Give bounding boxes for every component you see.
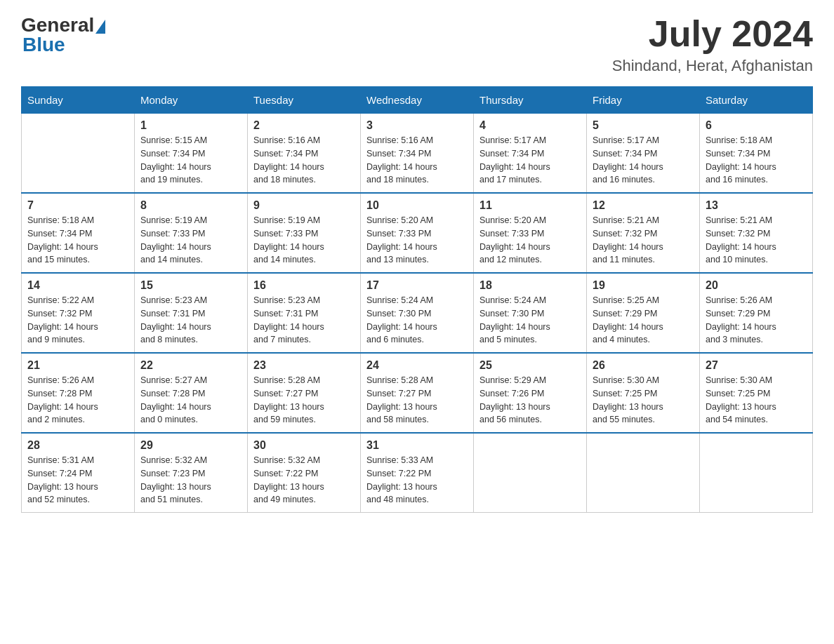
day-info: Sunrise: 5:29 AMSunset: 7:26 PMDaylight:… xyxy=(479,374,581,427)
calendar-cell: 17Sunrise: 5:24 AMSunset: 7:30 PMDayligh… xyxy=(361,273,474,353)
calendar-cell: 5Sunrise: 5:17 AMSunset: 7:34 PMDaylight… xyxy=(587,114,700,194)
day-number: 17 xyxy=(366,279,468,292)
calendar-header-row: SundayMondayTuesdayWednesdayThursdayFrid… xyxy=(22,87,813,114)
calendar-cell: 15Sunrise: 5:23 AMSunset: 7:31 PMDayligh… xyxy=(135,273,248,353)
calendar-cell: 14Sunrise: 5:22 AMSunset: 7:32 PMDayligh… xyxy=(22,273,135,353)
day-number: 22 xyxy=(140,359,241,372)
calendar-cell: 28Sunrise: 5:31 AMSunset: 7:24 PMDayligh… xyxy=(22,433,135,513)
calendar-cell: 8Sunrise: 5:19 AMSunset: 7:33 PMDaylight… xyxy=(135,193,248,273)
day-info: Sunrise: 5:16 AMSunset: 7:34 PMDaylight:… xyxy=(366,134,468,187)
day-info: Sunrise: 5:23 AMSunset: 7:31 PMDaylight:… xyxy=(140,294,241,347)
day-number: 9 xyxy=(253,199,355,212)
column-header-thursday: Thursday xyxy=(474,87,587,114)
day-number: 28 xyxy=(27,439,128,452)
calendar-week-row: 28Sunrise: 5:31 AMSunset: 7:24 PMDayligh… xyxy=(22,433,813,513)
day-info: Sunrise: 5:15 AMSunset: 7:34 PMDaylight:… xyxy=(140,134,241,187)
calendar-week-row: 21Sunrise: 5:26 AMSunset: 7:28 PMDayligh… xyxy=(22,353,813,433)
day-info: Sunrise: 5:26 AMSunset: 7:28 PMDaylight:… xyxy=(27,374,128,427)
day-number: 31 xyxy=(366,439,468,452)
calendar-cell: 26Sunrise: 5:30 AMSunset: 7:25 PMDayligh… xyxy=(587,353,700,433)
day-info: Sunrise: 5:22 AMSunset: 7:32 PMDaylight:… xyxy=(27,294,128,347)
day-number: 5 xyxy=(593,119,694,132)
calendar-cell: 21Sunrise: 5:26 AMSunset: 7:28 PMDayligh… xyxy=(22,353,135,433)
calendar-cell: 9Sunrise: 5:19 AMSunset: 7:33 PMDaylight… xyxy=(248,193,361,273)
calendar-cell: 4Sunrise: 5:17 AMSunset: 7:34 PMDaylight… xyxy=(474,114,587,194)
column-header-sunday: Sunday xyxy=(22,87,135,114)
calendar-cell: 6Sunrise: 5:18 AMSunset: 7:34 PMDaylight… xyxy=(700,114,813,194)
day-info: Sunrise: 5:26 AMSunset: 7:29 PMDaylight:… xyxy=(706,294,807,347)
day-info: Sunrise: 5:32 AMSunset: 7:22 PMDaylight:… xyxy=(253,454,355,507)
calendar-cell: 3Sunrise: 5:16 AMSunset: 7:34 PMDaylight… xyxy=(361,114,474,194)
calendar-cell: 13Sunrise: 5:21 AMSunset: 7:32 PMDayligh… xyxy=(700,193,813,273)
calendar-cell xyxy=(700,433,813,513)
day-number: 16 xyxy=(253,279,355,292)
day-info: Sunrise: 5:30 AMSunset: 7:25 PMDaylight:… xyxy=(706,374,807,427)
day-info: Sunrise: 5:24 AMSunset: 7:30 PMDaylight:… xyxy=(366,294,468,347)
calendar-cell: 24Sunrise: 5:28 AMSunset: 7:27 PMDayligh… xyxy=(361,353,474,433)
day-number: 6 xyxy=(706,119,807,132)
day-info: Sunrise: 5:17 AMSunset: 7:34 PMDaylight:… xyxy=(479,134,581,187)
column-header-wednesday: Wednesday xyxy=(361,87,474,114)
day-info: Sunrise: 5:27 AMSunset: 7:28 PMDaylight:… xyxy=(140,374,241,427)
day-number: 18 xyxy=(479,279,581,292)
calendar-cell: 29Sunrise: 5:32 AMSunset: 7:23 PMDayligh… xyxy=(135,433,248,513)
day-number: 21 xyxy=(27,359,128,372)
day-info: Sunrise: 5:20 AMSunset: 7:33 PMDaylight:… xyxy=(366,214,468,267)
calendar-cell: 31Sunrise: 5:33 AMSunset: 7:22 PMDayligh… xyxy=(361,433,474,513)
calendar-cell: 16Sunrise: 5:23 AMSunset: 7:31 PMDayligh… xyxy=(248,273,361,353)
calendar-cell xyxy=(587,433,700,513)
calendar-cell: 20Sunrise: 5:26 AMSunset: 7:29 PMDayligh… xyxy=(700,273,813,353)
month-year-title: July 2024 xyxy=(612,14,813,54)
day-number: 13 xyxy=(706,199,807,212)
column-header-tuesday: Tuesday xyxy=(248,87,361,114)
column-header-friday: Friday xyxy=(587,87,700,114)
calendar-cell: 23Sunrise: 5:28 AMSunset: 7:27 PMDayligh… xyxy=(248,353,361,433)
day-number: 30 xyxy=(253,439,355,452)
day-number: 20 xyxy=(706,279,807,292)
day-info: Sunrise: 5:25 AMSunset: 7:29 PMDaylight:… xyxy=(593,294,694,347)
day-info: Sunrise: 5:18 AMSunset: 7:34 PMDaylight:… xyxy=(27,214,128,267)
calendar-table: SundayMondayTuesdayWednesdayThursdayFrid… xyxy=(21,86,813,513)
day-number: 23 xyxy=(253,359,355,372)
day-info: Sunrise: 5:18 AMSunset: 7:34 PMDaylight:… xyxy=(706,134,807,187)
page-header: General Blue July 2024 Shindand, Herat, … xyxy=(21,14,813,75)
day-number: 24 xyxy=(366,359,468,372)
calendar-cell: 27Sunrise: 5:30 AMSunset: 7:25 PMDayligh… xyxy=(700,353,813,433)
calendar-cell: 11Sunrise: 5:20 AMSunset: 7:33 PMDayligh… xyxy=(474,193,587,273)
calendar-cell: 18Sunrise: 5:24 AMSunset: 7:30 PMDayligh… xyxy=(474,273,587,353)
column-header-monday: Monday xyxy=(135,87,248,114)
day-info: Sunrise: 5:28 AMSunset: 7:27 PMDaylight:… xyxy=(366,374,468,427)
calendar-cell: 22Sunrise: 5:27 AMSunset: 7:28 PMDayligh… xyxy=(135,353,248,433)
day-info: Sunrise: 5:20 AMSunset: 7:33 PMDaylight:… xyxy=(479,214,581,267)
day-number: 29 xyxy=(140,439,241,452)
day-info: Sunrise: 5:19 AMSunset: 7:33 PMDaylight:… xyxy=(253,214,355,267)
day-number: 1 xyxy=(140,119,241,132)
day-number: 10 xyxy=(366,199,468,212)
day-number: 8 xyxy=(140,199,241,212)
day-info: Sunrise: 5:16 AMSunset: 7:34 PMDaylight:… xyxy=(253,134,355,187)
day-info: Sunrise: 5:21 AMSunset: 7:32 PMDaylight:… xyxy=(706,214,807,267)
day-info: Sunrise: 5:21 AMSunset: 7:32 PMDaylight:… xyxy=(593,214,694,267)
calendar-cell: 7Sunrise: 5:18 AMSunset: 7:34 PMDaylight… xyxy=(22,193,135,273)
day-number: 19 xyxy=(593,279,694,292)
day-number: 4 xyxy=(479,119,581,132)
logo-triangle-icon xyxy=(95,20,105,34)
day-info: Sunrise: 5:31 AMSunset: 7:24 PMDaylight:… xyxy=(27,454,128,507)
day-info: Sunrise: 5:19 AMSunset: 7:33 PMDaylight:… xyxy=(140,214,241,267)
column-header-saturday: Saturday xyxy=(700,87,813,114)
calendar-cell xyxy=(22,114,135,194)
day-info: Sunrise: 5:23 AMSunset: 7:31 PMDaylight:… xyxy=(253,294,355,347)
day-info: Sunrise: 5:33 AMSunset: 7:22 PMDaylight:… xyxy=(366,454,468,507)
day-number: 27 xyxy=(706,359,807,372)
calendar-cell: 25Sunrise: 5:29 AMSunset: 7:26 PMDayligh… xyxy=(474,353,587,433)
calendar-cell xyxy=(474,433,587,513)
title-area: July 2024 Shindand, Herat, Afghanistan xyxy=(612,14,813,75)
calendar-week-row: 14Sunrise: 5:22 AMSunset: 7:32 PMDayligh… xyxy=(22,273,813,353)
day-number: 7 xyxy=(27,199,128,212)
day-number: 2 xyxy=(253,119,355,132)
day-number: 3 xyxy=(366,119,468,132)
day-number: 15 xyxy=(140,279,241,292)
calendar-cell: 30Sunrise: 5:32 AMSunset: 7:22 PMDayligh… xyxy=(248,433,361,513)
day-number: 26 xyxy=(593,359,694,372)
day-info: Sunrise: 5:30 AMSunset: 7:25 PMDaylight:… xyxy=(593,374,694,427)
